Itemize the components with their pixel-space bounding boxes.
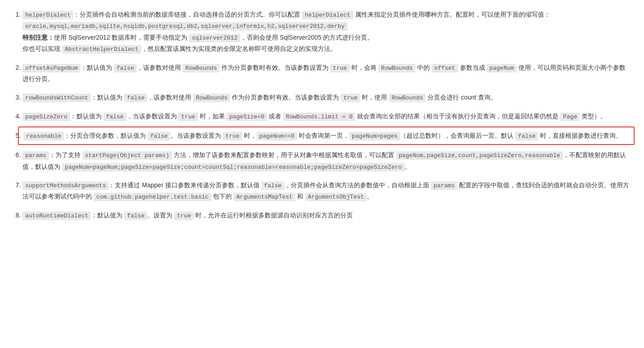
parameter-list: helperDialect：分页插件会自动检测当前的数据库链接，自动选择合适的分…	[14, 9, 630, 221]
code-true-3: true	[341, 94, 360, 102]
code-pageNumGtPages: pageNum>pages	[349, 132, 400, 140]
code-pageSize0: pageSize=0	[226, 113, 267, 121]
code-false-7: false	[261, 181, 284, 190]
code-Page: Page	[560, 113, 580, 121]
code-params-config: pageNum,pageSize,count,pageSizeZero,reas…	[396, 151, 563, 160]
item-8-text: autoRuntimeDialect：默认值为 false。设置为 true 时…	[23, 212, 353, 219]
code-params-7: params	[431, 181, 457, 190]
code-testbasic: com.github.pagehelper.test.basic	[94, 193, 212, 201]
code-false-5: false	[148, 132, 171, 140]
main-content: helperDialect：分页插件会自动检测当前的数据库链接，自动选择合适的分…	[14, 9, 630, 221]
code-rowBoundsWithCount: rowBoundsWithCount	[23, 94, 91, 102]
list-item-2: offsetAsPageNum：默认值为 false，该参数对使用 RowBou…	[23, 62, 630, 85]
item-1-abstract: 你也可以实现 AbstractHelperDialect，然后配置该属性为实现类…	[23, 45, 337, 52]
list-item-7: supportMethodsArguments：支持通过 Mapper 接口参数…	[23, 180, 630, 203]
code-true-2: true	[330, 64, 350, 72]
bold-note: 特别注意：	[23, 34, 54, 41]
code-helperDialect-2: helperDialect	[302, 11, 353, 19]
code-params: params	[23, 151, 49, 160]
code-RowBounds-3: RowBounds	[193, 94, 230, 102]
code-helperDialect: helperDialect	[23, 11, 73, 19]
code-true-5: true	[223, 132, 242, 140]
code-true-4: true	[178, 113, 198, 121]
code-params-default: pageNum=pageNum;pageSize=pageSize;count=…	[62, 163, 405, 172]
list-item-8: autoRuntimeDialect：默认值为 false。设置为 true 时…	[23, 210, 630, 221]
item-5-highlight-box: reasonable：分页合理化参数，默认值为 false。当该参数设置为 tr…	[18, 127, 635, 145]
code-AbstractHelperDialect: AbstractHelperDialect	[62, 45, 141, 54]
item-7-text: supportMethodsArguments：支持通过 Mapper 接口参数…	[23, 181, 629, 200]
code-true-8: true	[174, 212, 194, 220]
item-1-note: 特别注意：使用 SqlServer2012 数据库时，需要手动指定为 sqlse…	[23, 34, 374, 41]
code-dialects: oracle,mysql,mariadb,sqlite,hsqldb,postg…	[23, 22, 347, 31]
code-RowBoundsLimit: RowBounds.limit = 0	[283, 113, 355, 121]
list-item-1: helperDialect：分页插件会自动检测当前的数据库链接，自动选择合适的分…	[23, 9, 630, 55]
item-1-text: helperDialect：分页插件会自动检测当前的数据库链接，自动选择合适的分…	[23, 11, 550, 18]
code-false-2: false	[114, 64, 137, 72]
code-pageNum: pageNum	[486, 64, 517, 72]
code-false-8: false	[124, 212, 147, 220]
code-false-4: false	[104, 113, 126, 121]
code-reasonable: reasonable	[23, 132, 64, 140]
list-item-3: rowBoundsWithCount：默认值为 false，该参数对使用 Row…	[23, 92, 630, 103]
code-RowBounds-2: RowBounds	[183, 64, 220, 72]
code-false-3: false	[124, 94, 147, 102]
item-4-text: pageSizeZero：默认值为 false，当该参数设置为 true 时，如…	[23, 113, 607, 120]
code-pageNumLte0: pageNum<=0	[257, 132, 297, 140]
item-3-text: rowBoundsWithCount：默认值为 false，该参数对使用 Row…	[23, 94, 497, 101]
code-autoRuntimeDialect: autoRuntimeDialect	[23, 212, 91, 220]
code-startPage: startPage(Object params)	[82, 151, 172, 160]
item-5-text: reasonable：分页合理化参数，默认值为 false。当该参数设置为 tr…	[23, 132, 622, 139]
code-ArgumentsMapTest: ArgumentsMapTest	[234, 193, 295, 201]
list-item-5: reasonable：分页合理化参数，默认值为 false。当该参数设置为 tr…	[23, 127, 630, 145]
code-false-5b: false	[515, 132, 538, 140]
code-offsetAsPageNum: offsetAsPageNum	[23, 64, 81, 72]
code-sqlserver2012: sqlserver2012	[189, 34, 240, 42]
code-RowBounds-3b: RowBounds	[389, 94, 426, 102]
list-item-4: pageSizeZero：默认值为 false，当该参数设置为 true 时，如…	[23, 111, 630, 122]
code-RowBounds2: RowBounds	[378, 64, 415, 72]
list-item-6: params：为了支持 startPage(Object params) 方法，…	[23, 149, 630, 172]
code-ArgumentsObjTest: ArgumentsObjTest	[305, 193, 367, 201]
code-pageSizeZero: pageSizeZero	[23, 113, 70, 121]
item-2-text: offsetAsPageNum：默认值为 false，该参数对使用 RowBou…	[23, 64, 626, 82]
code-offset: offset	[432, 64, 458, 72]
code-supportMethodsArguments: supportMethodsArguments	[23, 181, 108, 190]
item-6-text: params：为了支持 startPage(Object params) 方法，…	[23, 151, 626, 170]
